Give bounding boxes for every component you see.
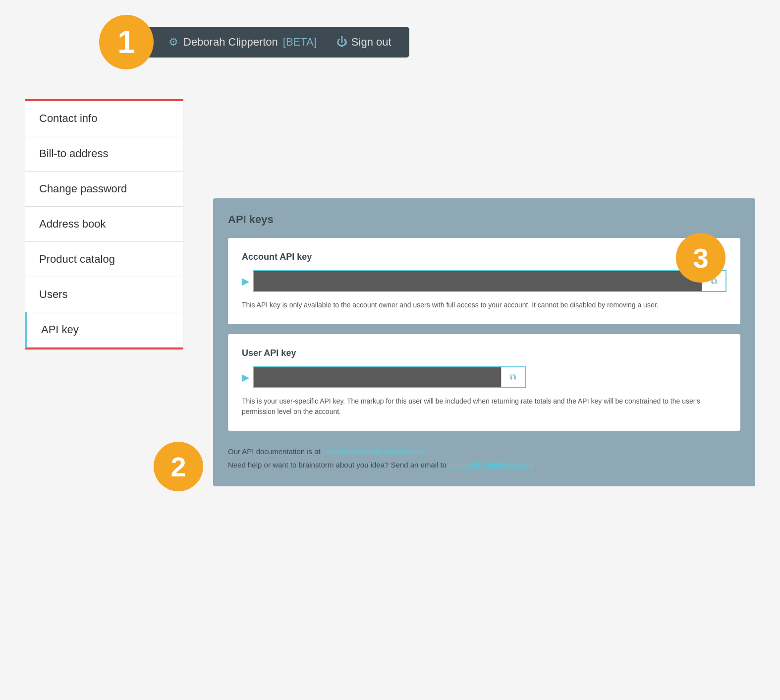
- header-bar: ⚙ Deborah Clipperton [BETA] ⏻ Sign out: [144, 27, 409, 58]
- sidebar: Contact info Bill-to address Change pass…: [25, 99, 183, 486]
- sidebar-item-change-password[interactable]: Change password: [25, 172, 183, 207]
- user-api-key-card: User API key ▶ ⧉ This is your user-speci…: [228, 334, 740, 431]
- api-docs-link[interactable]: http://developer.freightview.com: [323, 447, 427, 456]
- signout-button[interactable]: ⏻ Sign out: [336, 36, 391, 49]
- account-api-key-card: 3 Account API key ▶ ⧉ This API key is on…: [228, 238, 740, 324]
- account-api-key-arrow: ▶: [242, 275, 249, 287]
- user-api-key-input[interactable]: [253, 366, 501, 388]
- account-api-key-input[interactable]: [253, 270, 702, 292]
- user-api-key-copy-button[interactable]: ⧉: [501, 366, 526, 388]
- api-keys-panel: API keys 3 Account API key ▶ ⧉ This API …: [213, 198, 755, 486]
- api-docs-line2: Need help or want to brainstorm about yo…: [228, 458, 740, 471]
- sidebar-item-api-key[interactable]: API key: [25, 312, 183, 348]
- copy-icon-2: ⧉: [510, 372, 516, 383]
- account-api-key-input-row: ▶ ⧉: [242, 270, 726, 292]
- step-badge-1: 1: [99, 15, 154, 69]
- signout-label: Sign out: [351, 36, 391, 49]
- user-api-key-input-row: ▶ ⧉: [242, 366, 726, 388]
- content-area: API keys 3 Account API key ▶ ⧉ This API …: [213, 99, 755, 486]
- api-keys-title: API keys: [228, 213, 740, 226]
- api-docs-text2: Need help or want to brainstorm about yo…: [228, 461, 448, 469]
- power-icon: ⏻: [336, 36, 347, 49]
- api-docs-line1: Our API documentation is at http://devel…: [228, 445, 740, 458]
- sidebar-item-address-book[interactable]: Address book: [25, 207, 183, 242]
- user-api-key-description: This is your user-specific API key. The …: [242, 396, 726, 417]
- beta-tag: [BETA]: [283, 36, 317, 49]
- account-api-key-label: Account API key: [242, 252, 726, 262]
- api-docs-section: Our API documentation is at http://devel…: [228, 445, 740, 471]
- sidebar-item-users[interactable]: Users: [25, 277, 183, 312]
- account-api-key-description: This API key is only available to the ac…: [242, 300, 726, 310]
- username-label: Deborah Clipperton: [183, 36, 278, 49]
- user-api-key-arrow: ▶: [242, 371, 249, 383]
- api-docs-text1: Our API documentation is at: [228, 447, 323, 456]
- sidebar-bottom-border: [25, 348, 183, 350]
- sidebar-item-product-catalog[interactable]: Product catalog: [25, 242, 183, 277]
- sidebar-nav: Contact info Bill-to address Change pass…: [25, 101, 183, 348]
- api-support-link[interactable]: support@freightview.com: [448, 461, 532, 469]
- sidebar-item-bill-to-address[interactable]: Bill-to address: [25, 136, 183, 172]
- step-badge-3: 3: [676, 233, 725, 283]
- header: 1 ⚙ Deborah Clipperton [BETA] ⏻ Sign out: [0, 0, 780, 84]
- main-layout: Contact info Bill-to address Change pass…: [0, 84, 780, 511]
- user-api-key-label: User API key: [242, 348, 726, 358]
- sidebar-item-contact-info[interactable]: Contact info: [25, 101, 183, 136]
- header-user: ⚙ Deborah Clipperton [BETA]: [168, 36, 317, 49]
- gear-icon: ⚙: [168, 36, 178, 49]
- step-badge-2: 2: [154, 442, 203, 491]
